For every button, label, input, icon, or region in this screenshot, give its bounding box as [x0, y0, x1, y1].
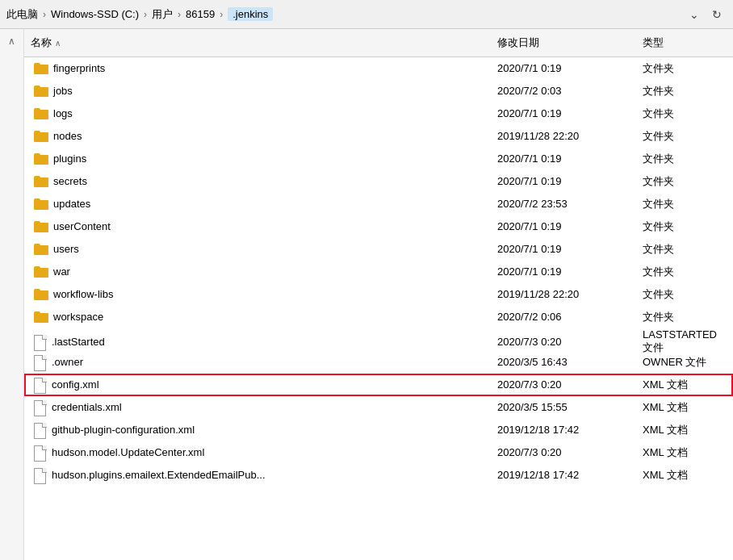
- file-type-cell: 文件夹: [636, 61, 733, 76]
- sep2: ›: [144, 9, 147, 20]
- file-name-text: war: [53, 265, 70, 278]
- main-layout: ∧ 名称 ∧ 修改日期 类型 fingerprints2020/7/1 0:19…: [0, 29, 733, 560]
- file-row[interactable]: nodes2019/11/28 22:20文件夹: [24, 125, 733, 148]
- file-name-text: updates: [53, 198, 90, 210]
- file-row[interactable]: github-plugin-configuration.xml2019/12/1…: [24, 419, 733, 441]
- file-type-cell: XML 文档: [636, 468, 733, 483]
- file-name-cell: credentials.xml: [24, 400, 491, 415]
- file-name-text: .owner: [52, 356, 83, 368]
- sep1: ›: [43, 9, 46, 20]
- file-type-cell: 文件夹: [636, 174, 733, 189]
- file-name-text: hudson.model.UpdateCenter.xml: [52, 446, 204, 458]
- file-date-cell: 2020/7/1 0:19: [491, 220, 636, 232]
- file-name-cell: users: [24, 243, 491, 255]
- file-area: 名称 ∧ 修改日期 类型 fingerprints2020/7/1 0:19文件…: [24, 29, 733, 560]
- breadcrumb-drive[interactable]: Windows-SSD (C:): [51, 8, 139, 20]
- breadcrumb-user[interactable]: 86159: [186, 8, 215, 20]
- folder-icon: [34, 266, 48, 278]
- file-list: fingerprints2020/7/1 0:19文件夹jobs2020/7/2…: [24, 57, 733, 560]
- file-row[interactable]: .lastStarted2020/7/3 0:20LASTSTARTED 文件: [24, 328, 733, 351]
- file-type-cell: XML 文档: [636, 445, 733, 460]
- file-name-text: plugins: [53, 153, 86, 165]
- file-name-cell: fingerprints: [24, 62, 491, 74]
- file-icon: [34, 335, 47, 349]
- file-name-text: logs: [53, 107, 73, 119]
- file-row[interactable]: plugins2020/7/1 0:19文件夹: [24, 148, 733, 170]
- file-name-cell: plugins: [24, 153, 491, 165]
- file-name-text: credentials.xml: [52, 401, 122, 413]
- file-row[interactable]: hudson.plugins.emailext.ExtendedEmailPub…: [24, 464, 733, 487]
- file-date-cell: 2020/7/1 0:19: [491, 175, 636, 187]
- refresh-button[interactable]: ↻: [707, 6, 727, 23]
- sort-arrow-name: ∧: [55, 39, 61, 48]
- file-row[interactable]: users2020/7/1 0:19文件夹: [24, 238, 733, 261]
- folder-icon: [34, 176, 48, 187]
- file-name-cell: updates: [24, 198, 491, 210]
- file-name-text: secrets: [53, 175, 87, 187]
- file-name-cell: userContent: [24, 220, 491, 232]
- dropdown-button[interactable]: ⌄: [685, 6, 704, 23]
- breadcrumb-users[interactable]: 用户: [152, 7, 173, 22]
- folder-icon: [34, 131, 48, 142]
- file-row[interactable]: .owner2020/3/5 16:43OWNER 文件: [24, 351, 733, 374]
- file-name-cell: .lastStarted: [24, 335, 491, 349]
- breadcrumb-pc[interactable]: 此电脑: [6, 7, 38, 22]
- col-header-date[interactable]: 修改日期: [491, 32, 636, 53]
- file-row[interactable]: updates2020/7/2 23:53文件夹: [24, 193, 733, 215]
- file-row[interactable]: jobs2020/7/2 0:03文件夹: [24, 80, 733, 102]
- file-date-cell: 2020/3/5 16:43: [491, 356, 636, 368]
- col-header-name[interactable]: 名称 ∧: [24, 32, 491, 53]
- file-date-cell: 2020/3/5 15:55: [491, 401, 636, 413]
- file-row[interactable]: fingerprints2020/7/1 0:19文件夹: [24, 57, 733, 80]
- file-type-cell: 文件夹: [636, 84, 733, 98]
- file-row[interactable]: war2020/7/1 0:19文件夹: [24, 261, 733, 283]
- file-date-cell: 2019/12/18 17:42: [491, 424, 636, 436]
- file-row[interactable]: workspace2020/7/2 0:06文件夹: [24, 306, 733, 328]
- file-row[interactable]: credentials.xml2020/3/5 15:55XML 文档: [24, 396, 733, 419]
- folder-icon: [34, 108, 48, 119]
- breadcrumb-jenkins[interactable]: .jenkins: [228, 7, 273, 21]
- file-row[interactable]: config.xml2020/7/3 0:20XML 文档: [24, 374, 733, 396]
- file-type-cell: 文件夹: [636, 219, 733, 234]
- file-name-cell: workspace: [24, 311, 491, 323]
- file-date-cell: 2020/7/2 23:53: [491, 198, 636, 210]
- file-name-text: nodes: [53, 130, 82, 142]
- file-date-cell: 2020/7/1 0:19: [491, 153, 636, 165]
- folder-icon: [34, 199, 48, 210]
- folder-icon: [34, 86, 48, 97]
- file-type-cell: 文件夹: [636, 152, 733, 166]
- file-row[interactable]: logs2020/7/1 0:19文件夹: [24, 102, 733, 125]
- file-name-cell: .owner: [24, 355, 491, 370]
- file-row[interactable]: userContent2020/7/1 0:19文件夹: [24, 215, 733, 238]
- file-name-cell: hudson.plugins.emailext.ExtendedEmailPub…: [24, 468, 491, 483]
- file-type-cell: 文件夹: [636, 129, 733, 144]
- sidebar-collapse-arrow[interactable]: ∧: [5, 32, 19, 50]
- file-date-cell: 2020/7/2 0:06: [491, 311, 636, 323]
- file-type-cell: 文件夹: [636, 265, 733, 279]
- address-bar: 此电脑 › Windows-SSD (C:) › 用户 › 86159 › .j…: [0, 0, 733, 29]
- col-header-type[interactable]: 类型: [636, 32, 733, 53]
- file-type-cell: 文件夹: [636, 197, 733, 211]
- file-date-cell: 2019/11/28 22:20: [491, 130, 636, 142]
- file-date-cell: 2020/7/3 0:20: [491, 336, 636, 348]
- file-name-text: workspace: [53, 311, 103, 323]
- file-icon: [34, 400, 47, 415]
- file-date-cell: 2020/7/3 0:20: [491, 446, 636, 458]
- sep3: ›: [178, 9, 181, 20]
- file-row[interactable]: workflow-libs2019/11/28 22:20文件夹: [24, 283, 733, 306]
- file-name-text: jobs: [53, 85, 73, 97]
- folder-icon: [34, 221, 48, 232]
- file-icon: [34, 423, 47, 437]
- file-name-text: config.xml: [52, 378, 99, 391]
- file-date-cell: 2019/11/28 22:20: [491, 288, 636, 300]
- file-name-text: fingerprints: [53, 62, 105, 74]
- sep4: ›: [220, 9, 223, 20]
- file-name-cell: config.xml: [24, 378, 491, 392]
- file-name-cell: war: [24, 265, 491, 278]
- file-type-cell: XML 文档: [636, 423, 733, 437]
- file-row[interactable]: secrets2020/7/1 0:19文件夹: [24, 170, 733, 193]
- file-name-cell: github-plugin-configuration.xml: [24, 423, 491, 437]
- file-date-cell: 2020/7/2 0:03: [491, 85, 636, 97]
- file-row[interactable]: hudson.model.UpdateCenter.xml2020/7/3 0:…: [24, 441, 733, 464]
- file-date-cell: 2019/12/18 17:42: [491, 469, 636, 481]
